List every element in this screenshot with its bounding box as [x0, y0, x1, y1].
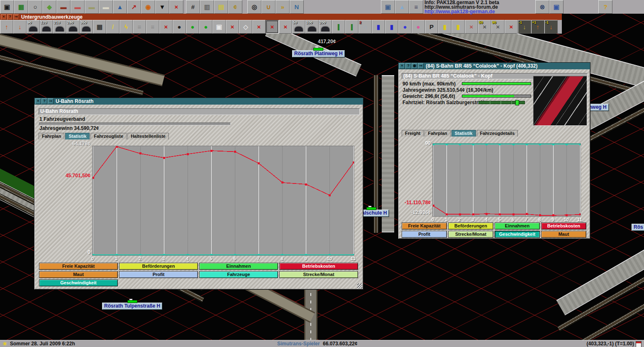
- help-icon[interactable]: ?: [598, 0, 612, 14]
- goto-icon[interactable]: ◉: [412, 63, 417, 69]
- road-tunnel-50-icon[interactable]: 50: [292, 20, 305, 34]
- airplane-tools-icon[interactable]: ↗: [127, 0, 141, 14]
- legend-button-fahrzeuge[interactable]: Fahrzeuge: [199, 271, 278, 278]
- close-icon[interactable]: ×: [1, 14, 7, 20]
- remove-sign-icon[interactable]: ×: [465, 20, 478, 34]
- tunnel-210-icon[interactable]: 210: [53, 20, 66, 34]
- tunnel-350-icon[interactable]: 350: [80, 20, 93, 34]
- copy-tool-icon[interactable]: ▥: [200, 0, 214, 14]
- save-game-icon[interactable]: ▣: [0, 0, 14, 14]
- finances-tool-icon[interactable]: ¢: [228, 0, 242, 14]
- pak-url-link[interactable]: http://www.pak128-german.de: [424, 10, 499, 14]
- legend-button-strecke-monat[interactable]: Strecke/Monat: [448, 231, 493, 238]
- legend-button-bef-rderungen[interactable]: Beförderungen: [448, 222, 493, 230]
- signal-diamond-icon[interactable]: ◇: [239, 20, 252, 34]
- catenary-1-icon[interactable]: ∥: [332, 20, 345, 34]
- legend-button-betriebskosten[interactable]: Betriebskosten: [541, 222, 586, 230]
- tab-fahrplan[interactable]: Fahrplan: [39, 133, 64, 139]
- lower-land-2-icon[interactable]: ↓-1: [544, 20, 558, 34]
- remove-crossing-icon[interactable]: ×: [279, 20, 292, 34]
- sign-minspeed-icon[interactable]: ●: [398, 20, 412, 34]
- sign-blue-2-icon[interactable]: ▮: [385, 20, 398, 34]
- tab-freight[interactable]: Freight: [402, 130, 424, 137]
- help-icon[interactable]: ?: [7, 14, 13, 20]
- display-settings-icon[interactable]: ▣: [549, 0, 564, 14]
- settings-tools-icon[interactable]: ⊗: [535, 0, 549, 14]
- terrain-tools-icon[interactable]: ◆: [42, 0, 56, 14]
- note-tool-icon[interactable]: ▤: [214, 0, 228, 14]
- legend-button-bef-rderungen[interactable]: Beförderungen: [119, 263, 198, 270]
- world-map-icon[interactable]: ▦: [14, 0, 28, 14]
- bridge-icon[interactable]: ∩2: [359, 20, 372, 34]
- ranking-list-icon[interactable]: ≡: [409, 0, 423, 14]
- help-icon[interactable]: ?: [41, 98, 47, 104]
- convoi-window-titlebar[interactable]: × ? ◉ ⊸ (84) S-Bahn BR 485 “Colalook” - …: [398, 63, 590, 69]
- legend-button-einnahmen[interactable]: Einnahmen: [199, 263, 278, 270]
- tab-fahrzeugdetails[interactable]: Fahrzeugdetails: [477, 130, 518, 137]
- close-icon[interactable]: ×: [35, 98, 41, 104]
- signal-crossed-icon[interactable]: ×: [226, 20, 239, 34]
- legend-button-geschwindigkeit[interactable]: Geschwindigkeit: [39, 279, 118, 286]
- road-tools-icon[interactable]: ▬: [99, 0, 113, 14]
- legend-button-freie-kapazit-t[interactable]: Freie Kapazität: [39, 263, 118, 270]
- line-name-field[interactable]: U-Bahn Rösrath: [39, 108, 360, 115]
- legend-button-betriebskosten[interactable]: Betriebskosten: [279, 263, 358, 270]
- fast-forward-icon[interactable]: »: [276, 0, 290, 14]
- compass-icon[interactable]: N: [290, 0, 304, 14]
- legend-button-freie-kapazit-t[interactable]: Freie Kapazität: [402, 222, 447, 230]
- remove-tool-icon[interactable]: ×: [169, 0, 183, 14]
- station-label-tulpenstrasse[interactable]: Rösrath Tulpenstraße H: [102, 303, 162, 310]
- signal-box-icon[interactable]: ▣: [212, 20, 226, 34]
- electrify-icon[interactable]: ϟ: [120, 20, 133, 34]
- slope-tools-icon[interactable]: ▼: [155, 0, 169, 14]
- pin-icon[interactable]: ⊸: [418, 63, 424, 69]
- monorail-tools-icon[interactable]: ▬: [71, 0, 85, 14]
- visitor-statue-icon[interactable]: ▲: [395, 0, 409, 14]
- tab-fahrzeugliste[interactable]: Fahrzeugliste: [90, 133, 127, 139]
- slope-up-icon[interactable]: ↑: [0, 20, 13, 34]
- route-progress-slider[interactable]: [478, 101, 525, 104]
- magnifier-icon[interactable]: ○: [28, 0, 42, 14]
- underground-track-icon[interactable]: ▦: [93, 20, 106, 34]
- signal-post-icon[interactable]: ●: [173, 20, 186, 34]
- ship-tools-icon[interactable]: ▲: [113, 0, 127, 14]
- sign-parking-icon[interactable]: P: [425, 20, 438, 34]
- legend-button-maut[interactable]: Maut: [39, 271, 118, 278]
- tunnel-120-icon[interactable]: 120: [40, 20, 53, 34]
- signal-green-1-icon[interactable]: ●: [186, 20, 199, 34]
- pause-coffee-icon[interactable]: ∪: [261, 0, 276, 14]
- remove-track-selected-icon[interactable]: ×: [266, 20, 279, 34]
- catenary-2-icon[interactable]: ∥: [345, 20, 359, 34]
- pin-icon[interactable]: ⊸: [48, 98, 54, 104]
- elevated-track-2-icon[interactable]: ≡: [146, 20, 159, 34]
- legend-button-maut[interactable]: Maut: [541, 231, 586, 238]
- tab-statistik[interactable]: Statistik: [65, 133, 90, 139]
- tram-tools-icon[interactable]: ▬: [85, 0, 99, 14]
- tab-haltestellenliste[interactable]: Haltestellenliste: [127, 133, 169, 139]
- underground-tools-titlebar[interactable]: × ? ⊸ Untergrundbauwerkzeuge: [0, 14, 562, 20]
- remove-track-icon[interactable]: ×: [252, 20, 266, 34]
- legend-button-einnahmen[interactable]: Einnahmen: [495, 222, 540, 230]
- remove-elevated-icon[interactable]: ×: [159, 20, 173, 34]
- raise-land-icon[interactable]: ↑+1: [531, 20, 544, 34]
- sign-pink-icon[interactable]: ●: [412, 20, 425, 34]
- station-label-platinweg[interactable]: Rösrath Platinweg H: [292, 50, 345, 57]
- screenshot-camera-icon[interactable]: ◎: [247, 0, 261, 14]
- help-icon[interactable]: ?: [405, 63, 411, 69]
- window-list-icon[interactable]: ▣: [381, 0, 395, 14]
- legend-button-geschwindigkeit[interactable]: Geschwindigkeit: [495, 231, 540, 238]
- close-icon[interactable]: ×: [399, 63, 405, 69]
- track-diagonal-icon[interactable]: /: [106, 20, 120, 34]
- tunnel-280-icon[interactable]: 280: [66, 20, 80, 34]
- crossing-50-icon[interactable]: ×50: [478, 20, 491, 34]
- signal-layout-tools-icon[interactable]: #: [186, 0, 200, 14]
- legend-button-profit[interactable]: Profit: [119, 271, 198, 278]
- road-tunnel-200-icon[interactable]: 200: [319, 20, 332, 34]
- tab-statistik[interactable]: Statistik: [451, 130, 476, 137]
- line-window-titlebar[interactable]: × ? ⊸ U-Bahn Rösrath: [34, 98, 363, 105]
- signal-green-2-icon[interactable]: ●: [199, 20, 212, 34]
- tunnel-90-icon[interactable]: 90: [27, 20, 40, 34]
- window-resize-handle[interactable]: [357, 283, 362, 288]
- rail-tools-icon[interactable]: ▬: [56, 0, 71, 14]
- elevated-track-1-icon[interactable]: ≡: [133, 20, 146, 34]
